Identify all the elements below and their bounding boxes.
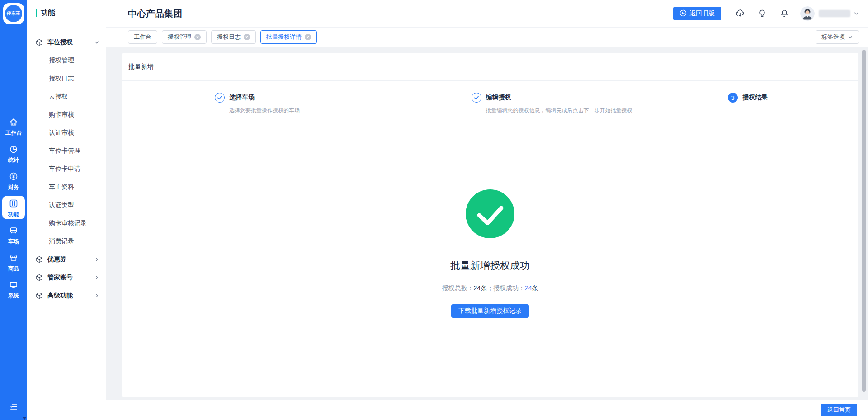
back-to-old-version-button[interactable]: 返回旧版 <box>673 7 721 20</box>
cube-icon <box>36 256 43 263</box>
sidebar-item-certify-review[interactable]: 认证审核 <box>27 124 106 142</box>
app-root: 停车王 工作台 统计 财务 功能 车场 <box>0 0 868 420</box>
step-select-parking: 选择车场 选择您要批量操作授权的车场 <box>215 93 472 114</box>
batch-add-card: 批量新增 选择车场 选择您要批量操作授权的车场 <box>122 53 858 397</box>
tab-auth-log[interactable]: 授权日志 <box>211 30 256 44</box>
chevron-right-icon <box>94 257 99 262</box>
tab-auth-manage[interactable]: 授权管理 <box>162 30 207 44</box>
download-record-button[interactable]: 下载批量新增授权记录 <box>451 304 529 318</box>
rail-item-label: 财务 <box>8 184 19 190</box>
rail-collapse-button[interactable] <box>0 395 27 420</box>
lightbulb-icon[interactable] <box>757 9 767 19</box>
sidebar-menu: 车位授权 授权管理 授权日志 云授权 购卡审核 认证审核 车位卡管理 车位卡申请… <box>27 26 106 305</box>
app-logo-text: 停车王 <box>5 5 22 22</box>
step-title: 选择车场 <box>229 94 255 102</box>
stats-total-label: 授权总数： <box>442 284 473 292</box>
step-number-badge: 3 <box>728 93 738 103</box>
step-auth-result: 3 授权结果 <box>728 93 768 114</box>
sidebar-item-certify-type[interactable]: 认证类型 <box>27 196 106 214</box>
step-body: 授权结果 <box>742 93 768 114</box>
sidebar-title: 功能 <box>41 8 55 18</box>
step-connector <box>518 98 722 98</box>
stats-success-unit: 条 <box>532 284 538 292</box>
tab-label: 工作台 <box>134 33 151 41</box>
back-to-old-version-label: 返回旧版 <box>689 9 715 18</box>
tabbar: 工作台 授权管理 授权日志 批量授权详情 标签选项 <box>106 28 868 47</box>
close-icon[interactable] <box>244 34 250 40</box>
sidebar-item-consume-record[interactable]: 消费记录 <box>27 232 106 250</box>
tab-options-label: 标签选项 <box>821 33 845 41</box>
rail-item-finance[interactable]: 财务 <box>2 169 25 192</box>
sidebar-title-accent <box>36 9 37 17</box>
monitor-icon <box>9 280 19 292</box>
parking-bus-icon <box>9 226 19 237</box>
sidebar-group-label: 高级功能 <box>47 292 94 300</box>
rail-item-statistics[interactable]: 统计 <box>2 142 25 165</box>
sidebar-item-space-card-manage[interactable]: 车位卡管理 <box>27 142 106 160</box>
step-check-icon <box>215 93 225 103</box>
sidebar-group-manager-account[interactable]: 管家账号 <box>27 269 106 287</box>
back-home-button[interactable]: 返回首页 <box>821 404 857 416</box>
step-description: 批量编辑您的授权信息，编辑完成后点击下一步开始批量授权 <box>486 107 728 114</box>
close-icon[interactable] <box>194 34 201 40</box>
cloud-download-icon[interactable] <box>735 9 745 19</box>
back-circle-arrow-icon <box>679 9 687 18</box>
footer-bar: 返回首页 <box>106 400 868 420</box>
rail-item-label: 功能 <box>8 212 19 217</box>
rail-item-parking-lot[interactable]: 车场 <box>2 223 25 246</box>
bell-icon[interactable] <box>779 9 789 19</box>
sidebar-group-label: 优惠券 <box>47 255 94 264</box>
rail-item-system[interactable]: 系统 <box>2 277 25 301</box>
page-title: 中心产品集团 <box>128 8 182 20</box>
stats-success-value: 24 <box>525 284 532 292</box>
chevron-down-icon <box>848 34 853 40</box>
tab-label: 授权日志 <box>217 33 241 41</box>
sidebar-group-advanced[interactable]: 高级功能 <box>27 287 106 305</box>
sidebar-item-owner-profile[interactable]: 车主资料 <box>27 178 106 196</box>
sidebar-item-auth-log[interactable]: 授权日志 <box>27 70 106 88</box>
vertical-scrollbar-thumb[interactable] <box>862 50 866 392</box>
stepper: 选择车场 选择您要批量操作授权的车场 编辑授权 <box>122 81 858 114</box>
stats-total-value: 24条 <box>473 284 487 292</box>
step-connector <box>261 98 465 98</box>
sidebar-group-coupon[interactable]: 优惠券 <box>27 250 106 269</box>
chevron-down-icon <box>94 40 99 45</box>
chevron-right-icon <box>94 293 99 298</box>
sidebar-item-auth-manage[interactable]: 授权管理 <box>27 52 106 70</box>
sliders-icon <box>9 198 19 210</box>
sidebar-item-purchase-review-record[interactable]: 购卡审核记录 <box>27 214 106 232</box>
step-description: 选择您要批量操作授权的车场 <box>229 107 472 114</box>
app-logo[interactable]: 停车王 <box>3 3 24 24</box>
step-body: 编辑授权 批量编辑您的授权信息，编辑完成后点击下一步开始批量授权 <box>486 93 728 114</box>
rail-item-workbench[interactable]: 工作台 <box>2 114 25 138</box>
sidebar: 功能 车位授权 授权管理 授权日志 云授权 购卡审核 认证审核 车位卡管理 车位… <box>27 0 106 420</box>
home-icon <box>9 117 19 129</box>
user-avatar[interactable] <box>800 6 815 21</box>
step-check-icon <box>472 93 481 103</box>
cube-icon <box>36 274 43 281</box>
tab-label: 授权管理 <box>168 33 191 41</box>
sidebar-item-cloud-auth[interactable]: 云授权 <box>27 88 106 106</box>
sidebar-item-space-card-apply[interactable]: 车位卡申请 <box>27 160 106 178</box>
sidebar-header: 功能 <box>27 0 106 26</box>
rail-item-label: 工作台 <box>5 130 22 136</box>
rail-item-functions[interactable]: 功能 <box>2 196 25 219</box>
step-title: 授权结果 <box>742 94 768 102</box>
main-area: 中心产品集团 返回旧版 工作台 授权管理 <box>106 0 868 420</box>
result-panel: 批量新增授权成功 授权总数：24条；授权成功：24条 下载批量新增授权记录 <box>122 189 858 318</box>
rail-item-label: 车场 <box>8 239 19 244</box>
result-stats: 授权总数：24条；授权成功：24条 <box>442 284 538 293</box>
rail-item-label: 统计 <box>8 157 19 163</box>
sidebar-item-card-purchase-review[interactable]: 购卡审核 <box>27 106 106 124</box>
sidebar-group-parking-auth[interactable]: 车位授权 <box>27 33 106 52</box>
close-icon[interactable] <box>305 34 311 40</box>
chevron-down-icon[interactable] <box>854 11 859 16</box>
tab-batch-auth-detail[interactable]: 批量授权详情 <box>260 30 317 44</box>
tab-workbench[interactable]: 工作台 <box>128 30 157 44</box>
tab-options-button[interactable]: 标签选项 <box>816 30 859 44</box>
primary-rail: 停车王 工作台 统计 财务 功能 车场 <box>0 0 27 420</box>
user-name-redacted <box>819 10 850 17</box>
rail-item-goods[interactable]: 商品 <box>2 250 25 274</box>
rail-nav: 工作台 统计 财务 功能 车场 商品 <box>0 114 27 304</box>
finance-yen-icon <box>9 171 19 183</box>
